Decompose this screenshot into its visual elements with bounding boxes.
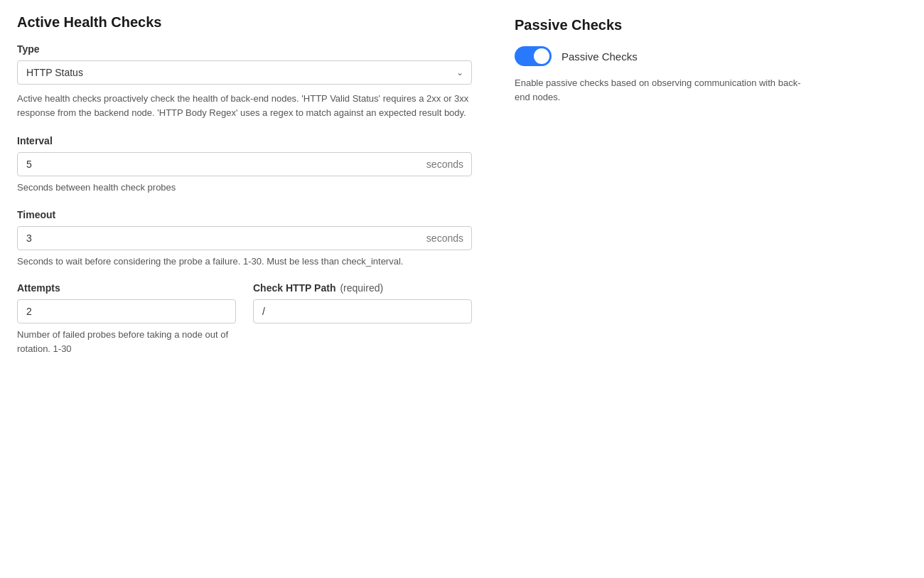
timeout-field-section: Timeout seconds Seconds to wait before c… [17,209,472,269]
interval-input[interactable] [17,152,472,176]
passive-checks-description: Enable passive checks based on observing… [515,76,813,104]
http-path-input[interactable] [253,299,472,323]
http-path-label: Check HTTP Path [253,282,335,294]
main-layout: Active Health Checks Type HTTP Status HT… [17,14,907,370]
timeout-hint: Seconds to wait before considering the p… [17,255,472,269]
attempts-input[interactable] [17,299,236,323]
type-description: Active health checks proactively check t… [17,92,472,119]
passive-checks-toggle[interactable] [515,46,552,66]
type-select[interactable]: HTTP Status HTTP Body Regex TCP [17,60,472,85]
attempts-hint: Number of failed probes before taking a … [17,328,236,355]
passive-checks-title: Passive Checks [515,17,907,33]
type-label: Type [17,43,472,55]
timeout-label: Timeout [17,209,472,220]
http-path-field-section: Check HTTP Path (required) [253,282,472,355]
active-health-checks-title: Active Health Checks [17,14,472,31]
passive-checks-toggle-label: Passive Checks [562,50,638,63]
attempts-httppath-row: Attempts Number of failed probes before … [17,282,472,370]
right-panel: Passive Checks Passive Checks Enable pas… [515,14,907,370]
type-select-wrapper: HTTP Status HTTP Body Regex TCP ⌄ [17,60,472,85]
timeout-input[interactable] [17,226,472,250]
http-path-label-row: Check HTTP Path (required) [253,282,472,294]
passive-checks-toggle-row: Passive Checks [515,46,907,66]
left-panel: Active Health Checks Type HTTP Status HT… [17,14,472,370]
interval-field-section: Interval seconds Seconds between health … [17,135,472,195]
attempts-field-section: Attempts Number of failed probes before … [17,282,236,355]
interval-hint: Seconds between health check probes [17,181,472,195]
interval-label: Interval [17,135,472,146]
toggle-slider [515,46,552,66]
interval-input-wrapper: seconds [17,152,472,176]
timeout-input-wrapper: seconds [17,226,472,250]
http-path-required: (required) [340,282,383,294]
attempts-label: Attempts [17,282,236,294]
type-field-section: Type HTTP Status HTTP Body Regex TCP ⌄ A… [17,43,472,119]
